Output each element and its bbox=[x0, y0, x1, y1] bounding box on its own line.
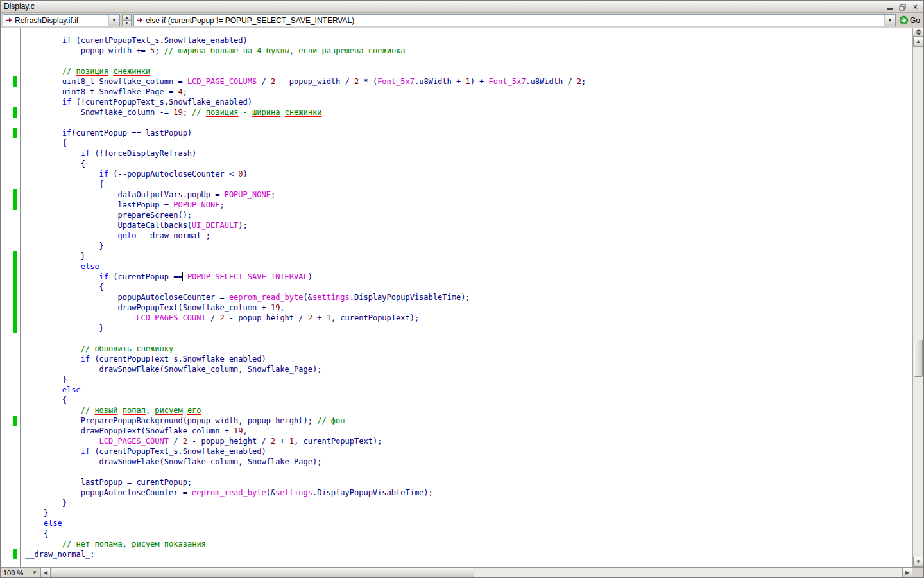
symbol-combo[interactable]: RefrashDisplay.if.if ▼ bbox=[3, 14, 120, 26]
code-line[interactable]: __draw_normal_: bbox=[1, 549, 912, 559]
code-line[interactable]: // нет попама, рисуем показания bbox=[1, 539, 912, 549]
code-line[interactable]: LCD_PAGES_COUNT / 2 - popup_height / 2 +… bbox=[1, 313, 912, 323]
scroll-up-icon: ▲ bbox=[916, 39, 921, 44]
code-line[interactable]: { bbox=[1, 159, 912, 169]
code-line[interactable]: } bbox=[1, 498, 912, 508]
code-line[interactable]: else bbox=[1, 261, 912, 272]
code-line[interactable]: } bbox=[1, 374, 912, 385]
code-line[interactable]: popup_width += 5; // ширина больше на 4 … bbox=[1, 46, 912, 56]
horizontal-scrollbar[interactable]: ◀ ▶ bbox=[40, 568, 912, 577]
code-line[interactable]: } bbox=[1, 241, 912, 251]
code-line[interactable] bbox=[1, 467, 912, 477]
close-button[interactable]: × bbox=[911, 3, 920, 11]
zoom-selector[interactable]: 100 % ▼ bbox=[1, 568, 40, 577]
change-bar bbox=[13, 313, 17, 323]
change-bar bbox=[13, 128, 17, 138]
code-line[interactable]: goto __draw_normal_; bbox=[1, 231, 912, 241]
code-line[interactable]: else bbox=[1, 385, 912, 395]
code-line[interactable]: if (curentPopupText_s.Snowflake_enabled) bbox=[1, 35, 912, 46]
restore-button[interactable] bbox=[898, 3, 907, 11]
symbol-combo-dropdown[interactable]: ▼ bbox=[108, 15, 119, 26]
code-line[interactable]: if (!forceDisplayRefrash) bbox=[1, 148, 912, 159]
code-line[interactable]: drawSnowFlake(Snowflake_column, Snowflak… bbox=[1, 457, 912, 467]
go-label: Go bbox=[910, 16, 920, 25]
change-bar bbox=[13, 261, 17, 272]
code-line[interactable]: // новый попап, рисуем его bbox=[1, 405, 912, 416]
spinner-up-button[interactable]: ▲ bbox=[122, 14, 132, 21]
code-line[interactable]: { bbox=[1, 395, 912, 405]
code-line[interactable]: drawSnowFlake(Snowflake_column, Snowflak… bbox=[1, 364, 912, 374]
code-line[interactable]: } bbox=[1, 251, 912, 261]
code-line[interactable]: UpdateCallbacks(UI_DEFAULT); bbox=[1, 220, 912, 231]
code-line[interactable]: drawPopupText(Snowflake_column + 19, bbox=[1, 302, 912, 313]
code-line[interactable]: if (curentPopup == POPUP_SELECT_SAVE_INT… bbox=[1, 272, 912, 282]
context-jump-icon bbox=[134, 17, 146, 24]
vertical-scroll-track[interactable] bbox=[913, 47, 923, 557]
spinner-down-button[interactable]: ▼ bbox=[122, 21, 132, 26]
page-title: Display.c bbox=[4, 2, 885, 11]
change-bar bbox=[13, 416, 17, 426]
code-line[interactable]: } bbox=[1, 323, 912, 333]
code-line[interactable]: if(curentPopup == lastPopup) bbox=[1, 128, 912, 138]
change-bar bbox=[13, 189, 17, 200]
change-bar bbox=[13, 549, 17, 559]
context-combo[interactable]: else if (curentPopup != POPUP_SELECT_SAV… bbox=[133, 14, 896, 26]
code-line[interactable]: PreparePopupBackground(popup_width, popu… bbox=[1, 416, 912, 426]
change-bar bbox=[13, 292, 17, 302]
code-line[interactable]: lastPopup = POPUP_NONE; bbox=[1, 200, 912, 210]
window: Display.c × RefrashDisplay.if.if ▼ ▲ ▼ e… bbox=[0, 0, 924, 578]
code-line[interactable]: popupAutocloseCounter = eeprom_read_byte… bbox=[1, 292, 912, 302]
change-bar bbox=[13, 76, 17, 87]
symbol-jump-icon bbox=[3, 17, 15, 24]
code-line[interactable]: dataOutputVars.popUp = POPUP_NONE; bbox=[1, 189, 912, 200]
chevron-down-icon: ▼ bbox=[125, 21, 129, 25]
code-line[interactable]: // позиция снежинки bbox=[1, 66, 912, 76]
code-line[interactable]: LCD_PAGES_COUNT / 2 - popup_height / 2 +… bbox=[1, 436, 912, 446]
vertical-scroll-thumb[interactable] bbox=[914, 340, 923, 377]
context-combo-value: else if (curentPopup != POPUP_SELECT_SAV… bbox=[146, 16, 884, 25]
code-line[interactable] bbox=[1, 333, 912, 344]
minimize-button[interactable] bbox=[885, 3, 894, 11]
code-line[interactable]: { bbox=[1, 282, 912, 292]
code-line[interactable]: { bbox=[1, 138, 912, 148]
code-line[interactable]: if (--popupAutocloseCounter < 0) bbox=[1, 169, 912, 179]
zoom-value: 100 % bbox=[3, 569, 30, 577]
code-line[interactable] bbox=[1, 56, 912, 66]
code-line[interactable]: lastPopup = curentPopup; bbox=[1, 477, 912, 487]
code-line[interactable]: popupAutocloseCounter = eeprom_read_byte… bbox=[1, 487, 912, 498]
vertical-scrollbar[interactable]: ▲ ▼ bbox=[912, 28, 923, 567]
scroll-left-button[interactable]: ◀ bbox=[40, 568, 51, 577]
code-line[interactable]: { bbox=[1, 529, 912, 539]
scroll-left-icon: ◀ bbox=[44, 570, 47, 575]
split-handle[interactable] bbox=[913, 28, 923, 37]
context-combo-dropdown[interactable]: ▼ bbox=[884, 15, 895, 26]
scroll-down-button[interactable]: ▼ bbox=[913, 557, 923, 567]
code-line[interactable]: prepareScreen(); bbox=[1, 210, 912, 220]
close-icon: × bbox=[913, 3, 918, 11]
scroll-right-icon: ▶ bbox=[905, 570, 909, 575]
code-line[interactable]: uint8_t Snowflake_column = LCD_PAGE_COLU… bbox=[1, 76, 912, 87]
horizontal-scroll-track[interactable] bbox=[51, 568, 902, 577]
code-line[interactable]: uint8_t Snowflake_Page = 4; bbox=[1, 87, 912, 97]
code-line[interactable]: if (curentPopupText_s.Snowflake_enabled) bbox=[1, 354, 912, 364]
toolbar: RefrashDisplay.if.if ▼ ▲ ▼ else if (cure… bbox=[1, 13, 923, 28]
scroll-right-button[interactable]: ▶ bbox=[902, 568, 912, 577]
horizontal-scroll-thumb[interactable] bbox=[51, 568, 474, 577]
change-bar bbox=[13, 107, 17, 118]
chevron-down-icon: ▼ bbox=[32, 570, 37, 575]
code-line[interactable]: if (curentPopupText_s.Snowflake_enabled) bbox=[1, 446, 912, 457]
code-line[interactable]: } bbox=[1, 508, 912, 518]
code-line[interactable]: { bbox=[1, 179, 912, 189]
code-editor[interactable]: if (curentPopupText_s.Snowflake_enabled)… bbox=[1, 28, 912, 567]
symbol-combo-value: RefrashDisplay.if.if bbox=[15, 16, 108, 25]
code-line[interactable] bbox=[1, 118, 912, 128]
code-line[interactable]: // обновить снежинку bbox=[1, 344, 912, 354]
go-button[interactable]: Go bbox=[898, 14, 921, 27]
status-bar: 100 % ▼ ◀ ▶ bbox=[1, 567, 923, 577]
scroll-up-button[interactable]: ▲ bbox=[913, 37, 923, 47]
code-line[interactable]: Snowflake_column -= 19; // позиция - шир… bbox=[1, 107, 912, 118]
code-line[interactable]: if (!curentPopupText_s.Snowflake_enabled… bbox=[1, 97, 912, 107]
editor: if (curentPopupText_s.Snowflake_enabled)… bbox=[1, 28, 923, 567]
code-line[interactable]: else bbox=[1, 518, 912, 529]
code-line[interactable]: drawPopupText(Snowflake_column + 19, bbox=[1, 426, 912, 436]
